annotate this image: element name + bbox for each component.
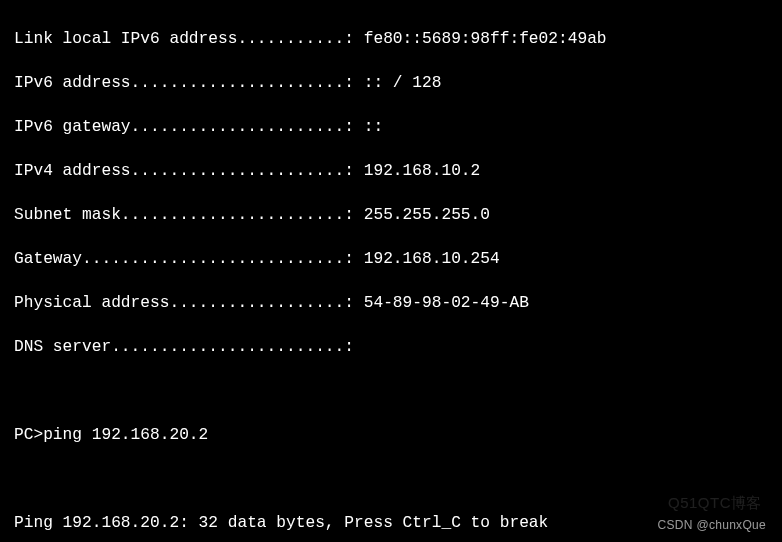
ipconfig-line: Physical address..................: 54-8… — [14, 292, 778, 314]
ipconfig-line: Link local IPv6 address...........: fe80… — [14, 28, 778, 50]
field-label: DNS server........................: — [14, 338, 354, 356]
field-value: fe80::5689:98ff:fe02:49ab — [364, 30, 607, 48]
field-value: 54-89-98-02-49-AB — [364, 294, 529, 312]
field-value: :: / 128 — [364, 74, 442, 92]
ipconfig-line: IPv6 address......................: :: /… — [14, 72, 778, 94]
prompt-command: ping 192.168.20.2 — [43, 426, 208, 444]
ipconfig-line: IPv6 gateway......................: :: — [14, 116, 778, 138]
field-label: Physical address..................: — [14, 294, 364, 312]
ipconfig-line: Gateway...........................: 192.… — [14, 248, 778, 270]
field-label: Subnet mask.......................: — [14, 206, 364, 224]
watermark: CSDN @chunxQue — [658, 514, 766, 536]
field-label: Gateway...........................: — [14, 250, 364, 268]
watermark-faint: Q51QTC博客 — [668, 492, 762, 514]
prompt-ps: PC> — [14, 426, 43, 444]
field-label: IPv6 gateway......................: — [14, 118, 364, 136]
field-label: IPv4 address......................: — [14, 162, 364, 180]
prompt-line[interactable]: PC>ping 192.168.20.2 — [14, 424, 778, 446]
ipconfig-line: IPv4 address......................: 192.… — [14, 160, 778, 182]
field-value: 255.255.255.0 — [364, 206, 490, 224]
field-label: Link local IPv6 address...........: — [14, 30, 364, 48]
ipconfig-line: Subnet mask.......................: 255.… — [14, 204, 778, 226]
field-label: IPv6 address......................: — [14, 74, 364, 92]
blank-line — [14, 468, 778, 490]
field-value: 192.168.10.2 — [364, 162, 481, 180]
terminal-window[interactable]: Link local IPv6 address...........: fe80… — [0, 0, 782, 542]
field-value: :: — [364, 118, 383, 136]
blank-line — [14, 380, 778, 402]
field-value: 192.168.10.254 — [364, 250, 500, 268]
ipconfig-line: DNS server........................: — [14, 336, 778, 358]
